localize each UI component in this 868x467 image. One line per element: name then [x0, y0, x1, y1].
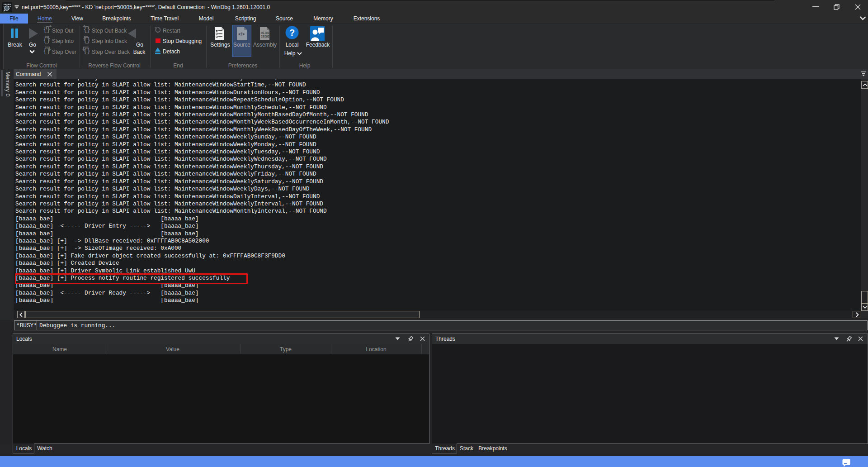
- svg-text:I0I0I: I0I0I: [261, 35, 269, 38]
- svg-text:</>: </>: [238, 32, 245, 37]
- svg-text:?: ?: [289, 28, 295, 38]
- svg-text:0II0I: 0II0I: [261, 31, 269, 35]
